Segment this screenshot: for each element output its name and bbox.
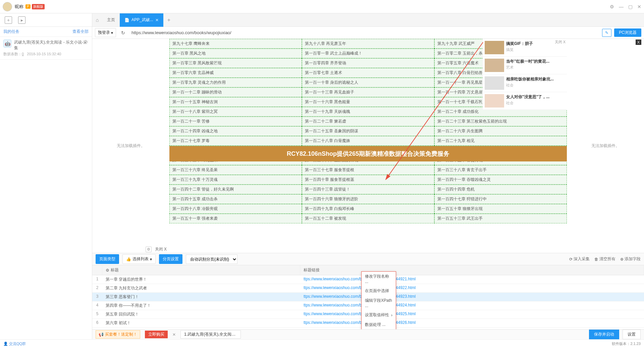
settings-button[interactable]: 设置 [623, 330, 641, 339]
chapter-link[interactable]: 第一百一十八章 紫羽之冥 [169, 107, 302, 117]
chapter-link[interactable]: 第一百二十三章 第三枚紫色玉箭的出现 [434, 117, 567, 126]
chapter-link[interactable]: 第一百一十章 身后的诡秘之人 [302, 78, 434, 87]
chapter-link[interactable]: 第一百一十二章 蹦昧的滑动 [169, 87, 302, 97]
center-pane[interactable]: 第九十七章 鹰蜂奔来第九十八章 再见萧玉年第九十九章 武王威严第一百章 黑风之地… [169, 39, 567, 253]
chapter-link[interactable]: 第一百三十六章 终见圣果 [169, 165, 302, 175]
row-link[interactable]: ttps://www.lewenxiaoshuo.com/books/wupoj… [300, 275, 644, 284]
settings-icon[interactable]: ⚙ [610, 4, 614, 9]
chapter-link[interactable]: 第九十七章 鹰蜂奔来 [169, 39, 302, 49]
ctx-item[interactable]: 设置取值样性› [362, 310, 396, 320]
ad-banner[interactable]: RCY82.106nShop提供265期新澳精准数据整合决策免费服务 [169, 146, 567, 161]
footer-tab[interactable]: 1.武破九霄(苍笑天),全文阅读 - 乐文... [180, 330, 241, 339]
chapter-link[interactable]: 第一百四十五章 成功击杀 [169, 194, 302, 204]
tab-close-icon[interactable]: ✕ [155, 18, 159, 22]
chapter-link[interactable]: 第一百零四章 齐齐登场 [302, 58, 434, 68]
clear-all-button[interactable]: 🗑 清空所有 [594, 256, 615, 262]
chapter-link[interactable]: 第一百二十一章 苦修 [169, 117, 302, 126]
col-title[interactable]: ⚙标题 [102, 265, 300, 275]
row-link[interactable]: ttps://www.lewenxiaoshuo.com/books/wupoj… [300, 328, 644, 329]
chapter-link[interactable]: 第一百零一章 武士上品巅峰成！ [302, 49, 434, 58]
ctx-item[interactable]: 数据处理 ... [362, 320, 396, 329]
chapter-link[interactable]: 第一百一十六章 黑色能量 [302, 97, 434, 107]
chapter-link[interactable]: 第一百零六章 玄晶神威 [169, 68, 302, 78]
chapter-link[interactable]: 第一百章 黑风之地 [169, 49, 302, 58]
left-gear-icon[interactable]: ⚙ [146, 247, 152, 252]
chapter-link[interactable]: 第一百零九章 灵魂之力的作用 [169, 78, 302, 87]
page-type-button[interactable]: 页面类型 [96, 254, 119, 264]
view-all-link[interactable]: 查看全部 [72, 29, 89, 34]
chapter-link[interactable]: 第一百二十二章 箫若虚 [302, 117, 434, 126]
row-link[interactable]: ttps://www.lewenxiaoshuo.com/books/wupoj… [300, 301, 644, 310]
chapter-link[interactable]: 第一百三十七章 服食菩提根 [302, 165, 434, 175]
ctx-item[interactable]: 编辑字段XPath ... [362, 296, 396, 310]
chapter-link[interactable]: 第一百一十九章 天妖魂魄 [302, 107, 434, 117]
chapter-link[interactable]: 第九十八章 再见萧玉年 [302, 39, 434, 49]
news-item[interactable]: 女人对你"没意思"了，...社会 [483, 92, 567, 110]
row-link[interactable]: ttps://www.lewenxiaoshuo.com/books/wupoj… [300, 284, 644, 292]
tab-add-button[interactable]: + [163, 17, 174, 23]
avatar[interactable] [3, 2, 12, 11]
edit-icon[interactable]: ✎ [602, 29, 611, 37]
qq-group-link[interactable]: 👤 交流QQ群 [3, 341, 26, 346]
tab-active[interactable]: 📄 APP_武破... ✕ [120, 13, 163, 27]
tab-main[interactable]: 主页 [102, 13, 120, 27]
chapter-link[interactable]: 第一百二十四章 凶魂之地 [169, 126, 302, 136]
left-close-button[interactable]: 关闭 X [155, 247, 167, 252]
news-item[interactable]: 当年"红极一时"的黄花...艺术 [483, 57, 567, 74]
new-task-icon[interactable]: + [5, 16, 12, 24]
news-close-button[interactable]: 关闭 X [555, 40, 566, 45]
select-list-button[interactable]: 👍选择列表▾ [122, 254, 156, 264]
pagination-button[interactable]: 分页设置 [159, 254, 182, 264]
prelogin-button[interactable]: 预登录▾ [95, 28, 116, 37]
save-start-button[interactable]: 保存并启动 [589, 330, 619, 339]
task-close-icon[interactable]: ✕ [85, 40, 89, 44]
auto-pagination-select[interactable]: 自动识别分页(未识别) [186, 255, 237, 264]
row-link[interactable]: ttps://www.lewenxiaoshuo.com/books/wupoj… [300, 293, 644, 301]
chapter-link[interactable]: 第一百四十七章 狩猎进行中 [434, 194, 567, 204]
news-item[interactable]: 相亲吃饭你被相亲对象坑...社会 [483, 74, 567, 92]
chapter-link[interactable]: 第一百三十八章 青玄子出手 [434, 165, 567, 175]
col-link[interactable]: 标题链接 [300, 265, 644, 275]
row-link[interactable]: ttps://www.lewenxiaoshuo.com/books/wupoj… [300, 319, 644, 327]
add-field-button[interactable]: ⊕ 添加字段 [620, 256, 641, 262]
ctx-item[interactable]: 修改字段名称 ... [362, 272, 396, 286]
chapter-link[interactable]: 第一百二十六章 共生图腾 [434, 126, 567, 136]
chapter-link[interactable]: 第一百五十章 狼獠牙出现 [434, 204, 567, 214]
buy-now-button[interactable]: 立即购买 [145, 331, 168, 338]
right-close-x[interactable]: X [636, 40, 641, 45]
chapter-link[interactable]: 第一百四十章 服食菩提根茎 [302, 175, 434, 185]
chapter-link[interactable]: 第一百四十二章 管徒，好久未见啊 [169, 185, 302, 194]
chapter-link[interactable]: 第一百二十五章 圣象国的阴谋 [302, 126, 434, 136]
minimize-icon[interactable]: — [619, 4, 624, 9]
chapter-link[interactable]: 第一百四十三章 战管徒！ [302, 185, 434, 194]
url-input[interactable] [130, 29, 599, 37]
maximize-icon[interactable]: ▢ [628, 4, 633, 9]
chapter-link[interactable]: 第一百四十四章 危机 [434, 185, 567, 194]
chapter-link[interactable]: 第一百四十九章 白痴邓长峰 [302, 204, 434, 214]
reload-icon[interactable]: ↻ [119, 28, 127, 37]
chapter-link[interactable]: 第一百二十七章 罗毒 [169, 136, 302, 146]
chapter-link[interactable]: 第一百四十一章 吞噬凶魂之灵 [434, 175, 567, 185]
task-item[interactable]: 🤖 武破九霄(苍笑天),全文阅读 - 乐文小说-采集 数据条数：0 2018-1… [0, 37, 92, 60]
chapter-link[interactable]: 第一百五十三章 武王出手 [434, 214, 567, 223]
chapter-link[interactable]: 第一百四十八章 冷眼旁观 [169, 204, 302, 214]
folder-icon[interactable]: ▸ [18, 16, 25, 24]
chapter-link[interactable]: 第一百四十六章 狼獠牙的进阶 [302, 194, 434, 204]
tab-home-icon[interactable]: ⌂ [92, 17, 102, 23]
ctx-item[interactable]: 在页面中选择 [362, 286, 396, 296]
close-icon[interactable]: ✕ [637, 4, 641, 9]
chapter-link[interactable]: 第一百零七章 土遁术 [302, 68, 434, 78]
pc-browser-button[interactable]: PC浏览器 [614, 28, 641, 37]
chapter-link[interactable]: 第一百一十五章 神秘古洞 [169, 97, 302, 107]
chapter-link[interactable]: 第一百五十二章 被发现 [302, 214, 434, 223]
chapter-link[interactable]: 第一百零三章 黑风散紫芒现 [169, 58, 302, 68]
my-tasks-label[interactable]: 我的任务 [3, 29, 19, 34]
row-link[interactable]: ttps://www.lewenxiaoshuo.com/books/wupoj… [300, 310, 644, 319]
news-item[interactable]: 搞笑GIF：胆子搞笑 [483, 39, 567, 57]
chapter-link[interactable]: 第一百二十八章 白骨魔姝 [302, 136, 434, 146]
chapter-link[interactable]: 第一百五十一章 强者来袭 [169, 214, 302, 223]
chapter-link[interactable]: 第一百一十三章 再见血娘子 [302, 87, 434, 97]
deep-collect-button[interactable]: ⟳ 深入采集 [569, 256, 590, 262]
chapter-link[interactable]: 第一百三十九章 十万灵魂 [169, 175, 302, 185]
promo-close-icon[interactable]: ✕ [172, 332, 176, 337]
